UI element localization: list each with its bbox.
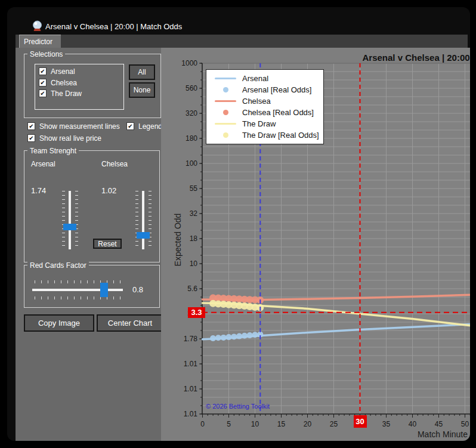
checkbox-chelsea[interactable] bbox=[39, 79, 47, 86]
svg-text:560: 560 bbox=[186, 84, 197, 92]
window-frame: Arsenal v Chelsea | 20:00 | Match Odds P… bbox=[7, 7, 470, 441]
measurement-minute-badge: 30 bbox=[354, 415, 367, 428]
legend-label: The Draw [Real Odds] bbox=[242, 131, 319, 140]
away-strength-slider-track[interactable] bbox=[142, 191, 144, 249]
none-button[interactable]: None bbox=[129, 82, 155, 98]
arsenal-line-swatch bbox=[212, 78, 239, 79]
measurement-odd-badge: 3.3 bbox=[188, 307, 205, 318]
svg-text:1.01: 1.01 bbox=[184, 360, 198, 368]
reset-button[interactable]: Reset bbox=[93, 239, 122, 249]
legend-label: The Draw bbox=[242, 119, 276, 128]
red-cards-slider-thumb[interactable] bbox=[100, 283, 108, 297]
red-cards-value: 0.8 bbox=[132, 285, 143, 294]
svg-text:40: 40 bbox=[409, 420, 417, 428]
center-chart-button-label: Center Chart bbox=[108, 319, 152, 327]
svg-text:1.01: 1.01 bbox=[184, 385, 198, 393]
x-axis-title: Match Minute bbox=[418, 430, 468, 439]
svg-text:10: 10 bbox=[190, 259, 198, 268]
chart-legend: Arsenal Arsenal [Real Odds] Chelsea Chel… bbox=[206, 69, 324, 144]
home-team-label: Arsenal bbox=[31, 160, 55, 168]
legend-item-arsenal-line: Arsenal bbox=[212, 73, 323, 84]
away-strength-value: 1.02 bbox=[101, 186, 116, 195]
svg-text:50: 50 bbox=[461, 420, 469, 428]
copy-image-button-label: Copy Image bbox=[38, 319, 80, 327]
svg-text:32: 32 bbox=[190, 209, 198, 218]
home-slider-ticks-right bbox=[75, 191, 78, 248]
home-strength-value: 1.74 bbox=[31, 186, 46, 195]
away-team-label: Chelsea bbox=[101, 160, 128, 168]
svg-text:320: 320 bbox=[186, 109, 197, 118]
legend-item-chelsea-dots: Chelsea [Real Odds] bbox=[212, 107, 323, 118]
all-button-label: All bbox=[138, 68, 146, 76]
svg-text:45: 45 bbox=[435, 420, 443, 428]
legend-item-arsenal-dots: Arsenal [Real Odds] bbox=[212, 84, 323, 95]
away-strength-slider-thumb[interactable] bbox=[137, 232, 150, 239]
reset-button-label: Reset bbox=[98, 240, 116, 248]
legend-item-chelsea-line: Chelsea bbox=[212, 95, 323, 107]
red-cards-group-title: Red Cards Factor bbox=[27, 261, 89, 270]
show-measurement-lines-option[interactable]: Show measurement lines bbox=[27, 122, 120, 131]
svg-text:0: 0 bbox=[200, 420, 205, 428]
svg-text:35: 35 bbox=[382, 420, 391, 428]
home-slider-ticks-left bbox=[62, 191, 65, 248]
legend-option-label: Legend bbox=[138, 122, 162, 131]
checkbox-arsenal-label: Arsenal bbox=[51, 67, 75, 76]
title-bar[interactable]: Arsenal v Chelsea | 20:00 | Match Odds bbox=[16, 17, 468, 35]
svg-text:180: 180 bbox=[186, 134, 197, 143]
none-button-label: None bbox=[134, 86, 151, 94]
all-button[interactable]: All bbox=[129, 64, 155, 80]
show-real-live-price-option[interactable]: Show real live price bbox=[27, 134, 101, 143]
show-real-live-price-label: Show real live price bbox=[39, 134, 101, 143]
center-chart-button[interactable]: Center Chart bbox=[97, 314, 163, 332]
chart-panel[interactable]: Arsenal v Chelsea | 20:00 | Expected Odd… bbox=[161, 48, 470, 441]
svg-text:25: 25 bbox=[330, 420, 338, 428]
red-cards-ticks-top bbox=[35, 280, 123, 283]
selections-group-title: Selections bbox=[27, 50, 65, 58]
selection-item-arsenal[interactable]: Arsenal bbox=[39, 67, 75, 76]
svg-text:100: 100 bbox=[186, 159, 197, 168]
svg-text:1.01: 1.01 bbox=[184, 410, 198, 418]
tab-predictor-label: Predictor bbox=[24, 38, 52, 46]
checkbox-the-draw[interactable] bbox=[39, 89, 47, 97]
crystal-ball-icon bbox=[32, 20, 42, 32]
svg-text:5: 5 bbox=[227, 420, 231, 428]
window-title: Arsenal v Chelsea | 20:00 | Match Odds bbox=[45, 22, 182, 31]
checkbox-show-measurement-lines[interactable] bbox=[27, 122, 35, 130]
legend-label: Arsenal [Real Odds] bbox=[242, 85, 311, 94]
legend-option[interactable]: Legend bbox=[126, 122, 162, 131]
checkbox-arsenal[interactable] bbox=[39, 67, 47, 75]
selection-item-the-draw[interactable]: The Draw bbox=[39, 89, 82, 98]
checkbox-chelsea-label: Chelsea bbox=[51, 79, 77, 87]
checkbox-legend[interactable] bbox=[126, 122, 134, 130]
application-window: Arsenal v Chelsea | 20:00 | Match Odds P… bbox=[0, 0, 476, 448]
svg-text:1000: 1000 bbox=[181, 59, 197, 67]
arsenal-dot-swatch bbox=[212, 87, 239, 92]
tab-strip bbox=[16, 35, 468, 48]
legend-label: Chelsea [Real Odds] bbox=[242, 108, 314, 117]
svg-text:10: 10 bbox=[251, 420, 259, 428]
away-slider-ticks-right bbox=[149, 191, 152, 248]
svg-text:55: 55 bbox=[190, 184, 198, 193]
away-slider-ticks-left bbox=[135, 191, 138, 248]
svg-text:20: 20 bbox=[304, 420, 312, 428]
home-strength-slider-track[interactable] bbox=[69, 191, 71, 249]
red-cards-slider-track[interactable] bbox=[32, 289, 123, 291]
svg-text:18: 18 bbox=[190, 234, 198, 243]
selection-item-chelsea[interactable]: Chelsea bbox=[39, 78, 77, 87]
legend-label: Arsenal bbox=[242, 74, 268, 83]
legend-label: Chelsea bbox=[242, 97, 271, 106]
legend-item-draw-dots: The Draw [Real Odds] bbox=[212, 129, 323, 141]
checkbox-show-real-live-price[interactable] bbox=[27, 134, 35, 142]
svg-text:15: 15 bbox=[277, 420, 286, 428]
home-strength-slider-thumb[interactable] bbox=[63, 224, 76, 230]
controls-panel: Selections Arsenal Chelsea The Draw All … bbox=[16, 48, 161, 441]
team-strength-group-title: Team Strenght bbox=[27, 147, 79, 155]
tab-predictor[interactable]: Predictor bbox=[19, 35, 61, 48]
draw-line-swatch bbox=[212, 123, 239, 125]
checkbox-the-draw-label: The Draw bbox=[51, 89, 82, 98]
show-measurement-lines-label: Show measurement lines bbox=[39, 122, 120, 131]
chelsea-line-swatch bbox=[212, 100, 239, 102]
svg-text:1.78: 1.78 bbox=[184, 335, 198, 343]
chelsea-dot-swatch bbox=[212, 110, 239, 115]
copy-image-button[interactable]: Copy Image bbox=[24, 314, 94, 332]
